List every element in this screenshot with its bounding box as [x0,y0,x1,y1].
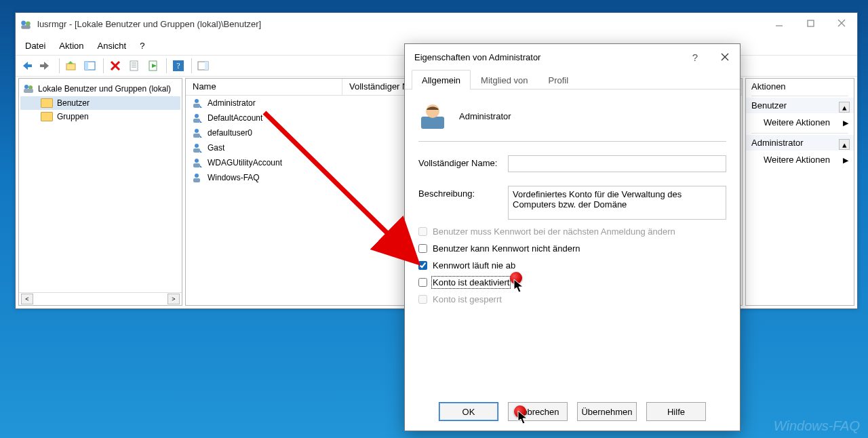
user-icon [191,142,202,153]
full-name-input[interactable] [508,155,726,172]
actions-pane: Aktionen Benutzer ▴ Weitere Aktionen ▶ A… [745,78,854,306]
actions-item-label: Weitere Aktionen [764,155,830,165]
column-name[interactable]: Name [186,79,342,95]
list-cell: Gast [208,143,224,153]
scroll-right-button[interactable]: > [167,294,180,304]
svg-point-42 [195,159,199,163]
svg-point-0 [21,20,26,25]
dialog-title: Eigenschaften von Administrator [414,52,540,62]
tab-allgemein[interactable]: Allgemein [412,70,471,89]
collapse-icon[interactable]: ▴ [839,102,850,113]
tree-node-benutzer[interactable]: Benutzer [20,96,180,110]
svg-marker-7 [23,62,28,70]
actions-section-benutzer: Benutzer ▴ [746,98,854,113]
list-cell: Windows-FAQ [208,173,260,182]
menu-action[interactable]: Aktion [52,38,90,54]
svg-rect-11 [66,64,75,70]
tab-profil[interactable]: Profil [538,70,578,89]
watermark: Windows-FAQ [774,418,860,434]
close-button[interactable] [826,13,857,33]
actions-section-administrator: Administrator ▴ [746,135,854,151]
minimize-button[interactable] [764,13,795,33]
actions-item-more-2[interactable]: Weitere Aktionen ▶ [746,151,854,169]
apply-button[interactable]: Übernehmen [577,402,637,421]
maximize-button[interactable] [795,13,826,33]
svg-rect-2 [21,25,31,29]
chevron-right-icon: ▶ [843,156,848,165]
list-cell: Administrator [208,98,256,108]
svg-marker-12 [68,61,73,64]
ok-button[interactable]: OK [439,402,498,421]
description-label: Beschreibung: [418,186,501,199]
window-titlebar[interactable]: lusrmgr - [Lokale Benutzer und Gruppen (… [16,13,857,36]
dialog-titlebar[interactable]: Eigenschaften von Administrator ? [405,44,740,70]
collapse-icon[interactable]: ▴ [839,139,850,150]
chevron-right-icon: ▶ [843,119,848,127]
svg-marker-38 [200,136,202,138]
scroll-left-button[interactable]: < [21,294,33,304]
forward-button[interactable] [37,57,55,75]
svg-point-50 [426,104,439,118]
properties-icon[interactable] [125,57,143,75]
user-icon [191,157,202,168]
tab-mitglied-von[interactable]: Mitglied von [471,70,538,89]
svg-rect-43 [193,163,200,167]
window-title: lusrmgr - [Lokale Benutzer und Gruppen (… [37,13,261,36]
svg-rect-14 [85,62,88,70]
users-group-icon [23,83,34,94]
folder-icon [41,112,53,121]
user-icon [191,113,202,123]
tree-node-label: Benutzer [57,98,90,108]
svg-point-39 [195,144,199,148]
delete-icon[interactable] [106,57,124,75]
svg-rect-29 [24,89,33,93]
svg-point-36 [195,129,199,133]
svg-point-33 [195,114,199,118]
show-hide-tree-icon[interactable] [81,57,99,75]
actions-item-label: Weitere Aktionen [764,117,830,127]
properties-dialog: Eigenschaften von Administrator ? Allgem… [404,43,741,431]
checkbox-cannot-change-password[interactable]: Benutzer kann Kennwort nicht ändern [418,243,726,254]
back-button[interactable] [18,57,36,75]
svg-rect-34 [193,119,200,123]
actions-item-more[interactable]: Weitere Aktionen ▶ [746,113,854,132]
menu-file[interactable]: Datei [18,38,52,54]
full-name-label: Vollständiger Name: [418,155,501,168]
app-icon [20,18,32,31]
checkbox-input[interactable] [418,278,427,287]
help-button[interactable]: Hilfe [646,402,706,421]
menu-help[interactable]: ? [133,38,151,54]
svg-marker-53 [514,279,523,292]
svg-marker-9 [44,62,49,70]
tree-node-gruppen[interactable]: Gruppen [20,110,180,123]
folder-icon [41,98,53,108]
checkbox-input[interactable] [418,261,427,270]
svg-rect-8 [27,64,32,67]
svg-marker-54 [518,411,527,424]
description-input[interactable] [508,186,726,220]
up-icon[interactable] [62,57,80,75]
user-icon [191,172,202,183]
svg-rect-10 [40,64,45,67]
user-icon [191,98,202,108]
checkbox-input[interactable] [418,244,427,253]
svg-rect-26 [205,62,208,70]
menu-view[interactable]: Ansicht [91,38,134,54]
tree-hscrollbar[interactable]: < > [19,292,182,305]
dialog-help-button[interactable]: ? [680,44,710,70]
export-icon[interactable] [144,57,162,75]
checkbox-label: Konto ist deaktiviert [433,277,509,287]
checkbox-password-never-expires[interactable]: Kennwort läuft nie ab [418,260,726,271]
tree-root[interactable]: Lokale Benutzer und Gruppen (lokal) [20,81,180,96]
dialog-close-button[interactable] [710,44,740,70]
tree-root-label: Lokale Benutzer und Gruppen (lokal) [38,84,171,94]
list-cell: DefaultAccount [208,113,262,123]
checkbox-label: Benutzer muss Kennwort bei der nächsten … [433,226,675,237]
dialog-body: Administrator Vollständiger Name: Beschr… [405,89,740,304]
tree-node-label: Gruppen [57,112,89,121]
actions-section-label: Administrator [751,138,804,148]
refresh-icon[interactable] [195,57,212,75]
help-icon[interactable]: ? [170,57,187,75]
checkbox-account-disabled[interactable]: Konto ist deaktiviert [418,277,726,287]
svg-point-27 [24,85,28,89]
